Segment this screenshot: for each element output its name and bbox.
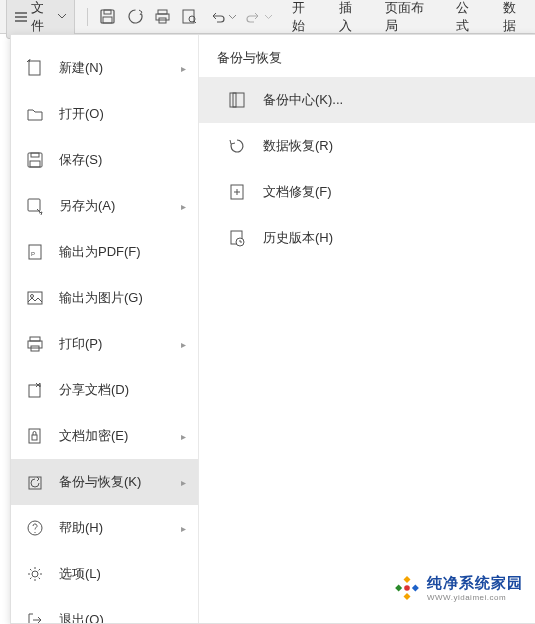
menu-item-print[interactable]: 打印(P) ▸ <box>11 321 198 367</box>
submenu-title: 备份与恢复 <box>199 49 535 77</box>
menu-item-label: 新建(N) <box>59 59 103 77</box>
save-icon <box>25 150 45 170</box>
svg-rect-10 <box>31 153 39 157</box>
menu-item-label: 保存(S) <box>59 151 102 169</box>
svg-rect-22 <box>32 435 37 440</box>
save-as-icon <box>25 196 45 216</box>
svg-rect-27 <box>233 93 236 107</box>
file-menu-dropdown: 新建(N) ▸ 打开(O) 保存(S) 另存为(A) ▸ P 输出为PDF(F)… <box>10 34 535 624</box>
ribbon-tabs: 开始 插入 页面布局 公式 数据 <box>290 0 529 39</box>
submenu-item-data-recovery[interactable]: 数据恢复(R) <box>199 123 535 169</box>
history-icon <box>227 228 247 248</box>
svg-rect-26 <box>230 93 244 107</box>
menu-item-label: 打开(O) <box>59 105 104 123</box>
chevron-right-icon: ▸ <box>181 523 186 534</box>
svg-rect-4 <box>156 14 169 20</box>
svg-text:P: P <box>31 251 35 257</box>
menu-item-save-as[interactable]: 另存为(A) ▸ <box>11 183 198 229</box>
submenu-item-doc-repair[interactable]: 文档修复(F) <box>199 169 535 215</box>
menu-item-open[interactable]: 打开(O) <box>11 91 198 137</box>
file-menu-button[interactable]: 文件 <box>6 0 75 39</box>
chevron-down-icon[interactable] <box>265 15 272 19</box>
svg-rect-8 <box>29 61 40 75</box>
menu-item-export-pdf[interactable]: P 输出为PDF(F) <box>11 229 198 275</box>
svg-point-25 <box>32 571 38 577</box>
repair-icon <box>227 182 247 202</box>
toolbar: 文件 开始 插入 页面布局 公式 数据 <box>0 0 535 34</box>
menu-item-exit[interactable]: 退出(Q) <box>11 597 198 623</box>
print-icon[interactable] <box>154 8 171 26</box>
svg-rect-11 <box>30 161 40 167</box>
svg-rect-18 <box>28 341 42 348</box>
chevron-down-icon[interactable] <box>229 15 236 19</box>
svg-rect-15 <box>28 292 42 304</box>
submenu-item-history[interactable]: 历史版本(H) <box>199 215 535 261</box>
submenu-item-label: 备份中心(K)... <box>263 91 343 109</box>
menu-item-label: 备份与恢复(K) <box>59 473 141 491</box>
chevron-right-icon: ▸ <box>181 63 186 74</box>
folder-open-icon <box>25 104 45 124</box>
divider <box>87 8 88 26</box>
chevron-right-icon: ▸ <box>181 339 186 350</box>
hamburger-icon <box>15 12 27 22</box>
print-icon <box>25 334 45 354</box>
backup-icon <box>25 472 45 492</box>
svg-rect-2 <box>103 17 112 23</box>
menu-item-help[interactable]: 帮助(H) ▸ <box>11 505 198 551</box>
submenu-item-label: 历史版本(H) <box>263 229 333 247</box>
image-icon <box>25 288 45 308</box>
menu-item-label: 另存为(A) <box>59 197 115 215</box>
menu-item-label: 分享文档(D) <box>59 381 129 399</box>
save-icon[interactable] <box>99 8 116 26</box>
backup-center-icon <box>227 90 247 110</box>
submenu-item-label: 数据恢复(R) <box>263 137 333 155</box>
help-icon <box>25 518 45 538</box>
menu-item-new[interactable]: 新建(N) ▸ <box>11 45 198 91</box>
lock-icon <box>25 426 45 446</box>
tab-layout[interactable]: 页面布局 <box>383 0 436 39</box>
tab-insert[interactable]: 插入 <box>337 0 365 39</box>
pdf-icon: P <box>25 242 45 262</box>
chevron-down-icon <box>58 14 66 19</box>
menu-item-label: 退出(Q) <box>59 611 104 623</box>
chevron-right-icon: ▸ <box>181 201 186 212</box>
share-icon <box>25 380 45 400</box>
menu-item-label: 输出为图片(G) <box>59 289 143 307</box>
submenu-item-label: 文档修复(F) <box>263 183 332 201</box>
chevron-right-icon: ▸ <box>181 431 186 442</box>
recovery-icon <box>227 136 247 156</box>
tab-formula[interactable]: 公式 <box>454 0 482 39</box>
svg-rect-1 <box>104 10 111 14</box>
menu-item-label: 文档加密(E) <box>59 427 128 445</box>
new-file-icon <box>25 58 45 78</box>
menu-item-label: 帮助(H) <box>59 519 103 537</box>
tab-start[interactable]: 开始 <box>290 0 318 39</box>
menu-item-export-image[interactable]: 输出为图片(G) <box>11 275 198 321</box>
menu-item-share[interactable]: 分享文档(D) <box>11 367 198 413</box>
file-menu-left: 新建(N) ▸ 打开(O) 保存(S) 另存为(A) ▸ P 输出为PDF(F)… <box>11 35 199 623</box>
menu-item-save[interactable]: 保存(S) <box>11 137 198 183</box>
file-menu-label: 文件 <box>31 0 55 35</box>
gear-icon <box>25 564 45 584</box>
menu-item-encrypt[interactable]: 文档加密(E) ▸ <box>11 413 198 459</box>
svg-rect-17 <box>30 337 40 341</box>
svg-rect-12 <box>28 199 40 211</box>
chevron-right-icon: ▸ <box>181 477 186 488</box>
svg-rect-20 <box>29 385 40 397</box>
svg-rect-3 <box>158 10 167 14</box>
exit-icon <box>25 610 45 623</box>
redo-icon[interactable] <box>245 8 262 26</box>
preview-icon[interactable] <box>181 8 198 26</box>
svg-point-16 <box>31 295 34 298</box>
undo-icon[interactable] <box>208 8 225 26</box>
menu-item-label: 打印(P) <box>59 335 102 353</box>
save-as-icon[interactable] <box>126 8 143 26</box>
tab-data[interactable]: 数据 <box>501 0 529 39</box>
menu-item-label: 选项(L) <box>59 565 101 583</box>
menu-item-backup[interactable]: 备份与恢复(K) ▸ <box>11 459 198 505</box>
file-menu-right: 备份与恢复 备份中心(K)... 数据恢复(R) 文档修复(F) 历史版本(H) <box>199 35 535 623</box>
menu-item-options[interactable]: 选项(L) <box>11 551 198 597</box>
menu-item-label: 输出为PDF(F) <box>59 243 141 261</box>
submenu-item-backup-center[interactable]: 备份中心(K)... <box>199 77 535 123</box>
